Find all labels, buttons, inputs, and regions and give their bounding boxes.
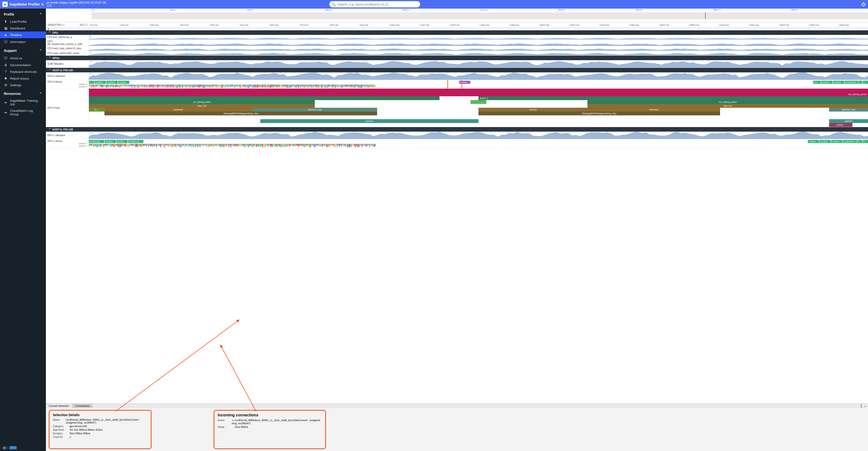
- host-span[interactable]: backward: [104, 108, 252, 111]
- host-span[interactable]: optimizer_step: [253, 108, 377, 111]
- group-header-gpus[interactable]: ⌃GPUs: [46, 56, 868, 60]
- nav-icon: ⇔: [4, 101, 7, 104]
- kernel-slice[interactable]: ncclKernel_…: [89, 140, 104, 143]
- kernel-slice[interactable]: ncclKer…: [821, 81, 832, 84]
- kernel-slice[interactable]: n…: [89, 81, 94, 84]
- kernel-slice[interactable]: ncclKernel_…: [128, 140, 144, 143]
- sidebar-item[interactable]: ⇔SageMaker Training Job: [0, 97, 46, 107]
- sidebar: Profile⌃ ⬆Load Profile▦Dashboard≣Timelin…: [0, 9, 46, 451]
- host-span[interactable]: [Strategy]DDPStrategy.training_step: [104, 111, 377, 116]
- host-span[interactable]: epoch_1: [478, 96, 868, 100]
- host-span: [89, 92, 439, 96]
- time-end: 331.2 s: [80, 24, 88, 26]
- search-icon: 🔍: [332, 2, 336, 6]
- sidebar-header-resources[interactable]: Resources⌃: [0, 90, 46, 97]
- kernel-slice[interactable]: n…: [863, 140, 868, 143]
- host-span[interactable]: step_233: [89, 104, 315, 108]
- host-span: [315, 104, 587, 108]
- host-span[interactable]: optimize: [829, 119, 868, 123]
- host-span[interactable]: forward: [478, 108, 587, 111]
- kernel-slice[interactable]: ncclKer…: [819, 140, 831, 143]
- host-span: [486, 100, 588, 104]
- chevron-down-icon[interactable]: ⌄: [864, 404, 866, 408]
- host-span[interactable]: cuMem…: [829, 123, 852, 127]
- sidebar-footer: ▮▯ D8 0: [0, 445, 46, 451]
- host-span: [89, 116, 868, 119]
- sidebar-item[interactable]: ⚙Settings: [0, 82, 46, 88]
- sidebar-item[interactable]: ▦Dashboard: [0, 25, 46, 32]
- sidebar-header-profile[interactable]: Profile⌃: [0, 10, 46, 18]
- chevron-down-icon: ⌃: [49, 128, 51, 131]
- host-span[interactable]: run_training_batch: [89, 100, 315, 104]
- host-span: [89, 111, 104, 116]
- sidebar-item[interactable]: ⇔CloudWatch Log Group: [0, 107, 46, 118]
- nav-icon: ⇔: [4, 110, 8, 115]
- host-span: [315, 100, 471, 104]
- group-header-host0[interactable]: ⌃HOST-0, PID-126: [46, 68, 868, 72]
- sidebar-item[interactable]: 🗎Documentation: [0, 62, 46, 68]
- host-span: [377, 111, 478, 116]
- brand: SageMaker Profiler: [9, 2, 40, 6]
- sidebar-item[interactable]: ⓘInformation: [0, 38, 46, 45]
- host-span: [478, 119, 829, 123]
- nav-icon: ⬆: [4, 20, 8, 24]
- tracks-viewport[interactable]: ⌃CPU CPU-inst_retired.any_p50CPU-itlb_mi…: [46, 30, 868, 404]
- collapse-icon[interactable]: ✕: [46, 28, 868, 30]
- nav-icon: ≣: [4, 33, 8, 37]
- kernel-slice[interactable]: ncclKer…: [106, 81, 118, 84]
- sort-icon[interactable]: ↑̲: [860, 404, 862, 408]
- host-span[interactable]: run_training_batch: [587, 100, 868, 104]
- panel-title: Incoming connections: [218, 413, 322, 417]
- kernel-slice-highlighted[interactable]: ncclKer…: [459, 81, 470, 84]
- sidebar-header-support[interactable]: Support⌃: [0, 47, 46, 55]
- details-shelf: Current Selection Connections ↑̲ ⌄ Selec…: [46, 404, 868, 451]
- kernel-slice[interactable]: ncclKer…: [833, 81, 844, 84]
- tab-connections[interactable]: Connections: [72, 404, 93, 408]
- chevron-down-icon: ⌃: [49, 56, 51, 60]
- host-span[interactable]: backward: [587, 108, 720, 111]
- kernel-slice[interactable]: ncclKer…: [831, 140, 842, 143]
- host-span: [720, 111, 868, 116]
- host-span[interactable]: optimizer_step: [829, 108, 868, 111]
- host-span: [852, 123, 868, 127]
- tab-current-selection[interactable]: Current Selection: [46, 404, 72, 408]
- sidebar-item[interactable]: ⬆Load Profile: [0, 18, 46, 25]
- host-span[interactable]: step_234: [587, 104, 868, 108]
- host-span[interactable]: optimize: [260, 119, 478, 123]
- group-header-host1[interactable]: ⌃HOST-0, PID-128: [46, 127, 868, 132]
- menu-icon[interactable]: ≡: [41, 2, 44, 7]
- power-icon[interactable]: ⏻: [861, 2, 866, 7]
- host-span: [720, 108, 829, 111]
- host-span: [89, 89, 868, 92]
- sidebar-item[interactable]: ✱Report issuus: [0, 75, 46, 82]
- group-header-cpu[interactable]: ⌃CPU: [46, 30, 868, 35]
- kernel-slice[interactable]: ncclKer…: [118, 81, 129, 84]
- kernel-slice[interactable]: ncclKernel_All…: [844, 81, 862, 84]
- host-span[interactable]: run_training_epoch: [439, 92, 868, 96]
- main: 0 s42.3 s84.5 s126.8 s169.1 s211.4 s253.…: [46, 9, 868, 451]
- kernel-slice[interactable]: ncclKernel_AllR…: [843, 140, 862, 143]
- search-input[interactable]: [329, 1, 420, 7]
- host-span[interactable]: fo…: [89, 108, 104, 111]
- track-row: GPU-1 utilization 100: [46, 132, 868, 139]
- nav-icon: ⓘ: [4, 56, 8, 60]
- kernel-slice[interactable]: n…: [863, 81, 868, 84]
- sidebar-item[interactable]: ?Keyboard shortcuts: [0, 68, 46, 75]
- overview-minimap[interactable]: 0 s42.3 s84.5 s126.8 s169.1 s211.4 s253.…: [46, 9, 868, 23]
- footer-chip[interactable]: D8 0: [9, 446, 17, 450]
- footer-chip[interactable]: ▮▯: [2, 446, 8, 450]
- time-ruler[interactable]: 1684537764 s + 331.2 s +6.5 ms+16.5 ms+2…: [46, 23, 868, 28]
- kernel-slice[interactable]: ncclKer…: [116, 140, 128, 143]
- nav-icon: ⓘ: [4, 40, 8, 44]
- track-row: GPU-0 host run_training_epochepoch_1run_…: [46, 89, 868, 127]
- host-span: [89, 123, 829, 127]
- kernel-slice[interactable]: ncc…: [813, 81, 821, 84]
- host-span[interactable]: [Strategy]DDPStrategy.training_step: [478, 111, 720, 116]
- kernel-slice[interactable]: ncclKer…: [95, 81, 106, 84]
- kernel-slice[interactable]: ncclKer…: [808, 140, 819, 143]
- nav-icon: ✱: [4, 76, 8, 80]
- kernel-slice[interactable]: ncclKer…: [105, 140, 116, 143]
- sidebar-item[interactable]: ⓘAbout us: [0, 55, 46, 62]
- sidebar-item[interactable]: ≣Timeline: [0, 32, 46, 38]
- nav-icon: ?: [4, 70, 8, 73]
